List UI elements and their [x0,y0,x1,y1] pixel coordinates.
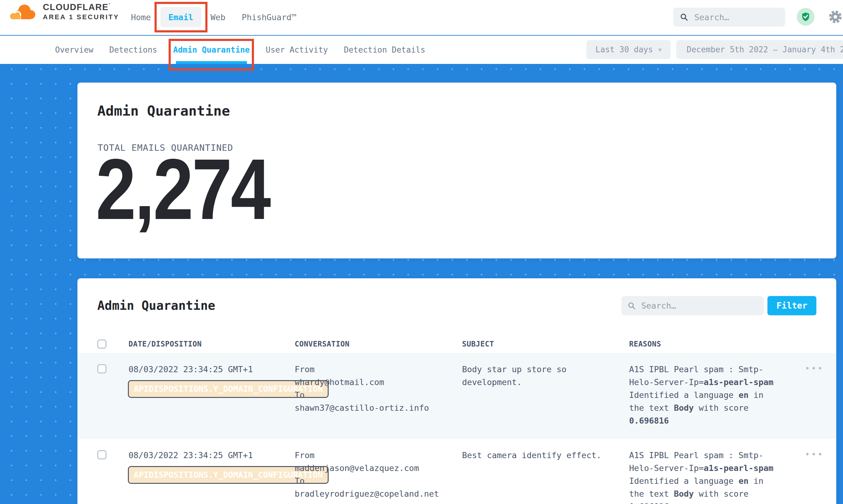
total-emails-value: 2,274 [96,146,269,232]
app-header: CLOUDFLARE’ AREA 1 SECURITY Home Email W… [0,0,843,35]
table-row: 08/03/2022 23:34:25 GMT+1 From maddenjas… [77,439,836,504]
search-icon [680,12,688,22]
chevron-down-icon: ▼ [658,47,662,53]
tab-detection-details[interactable]: Detection Details [344,45,425,54]
cloudflare-logo: CLOUDFLARE’ AREA 1 SECURITY [8,2,119,21]
table-card-title: Admin Quarantine [97,299,215,312]
row-menu-icon[interactable]: ••• [777,363,836,439]
search-icon [628,301,636,310]
row-checkbox[interactable] [97,450,106,460]
nav-phishguard[interactable]: PhishGuard™ [242,0,297,35]
cell-reasons: A1S IPBL Pearl spam : Smtp-Helo-Server-I… [629,449,777,504]
nav-web[interactable]: Web [211,0,226,35]
col-subject: SUBJECT [462,340,629,348]
cell-conversation: From whardy@hotmail.com To shawn37@casti… [295,363,462,439]
summary-card-title: Admin Quarantine [97,103,230,119]
col-date-disposition: DATE/DISPOSITION [128,340,295,348]
shield-check-icon [801,12,811,22]
row-checkbox[interactable] [97,364,106,373]
quarantine-summary-card: Admin Quarantine TOTAL EMAILS QUARANTINE… [77,83,836,258]
brand-subtitle: AREA 1 SECURITY [43,14,119,21]
global-search-input[interactable] [694,13,778,22]
table-header-row: DATE/DISPOSITION CONVERSATION SUBJECT RE… [77,335,836,353]
tab-user-activity[interactable]: User Activity [266,45,328,54]
col-reasons: REASONS [629,340,777,348]
global-search[interactable] [673,8,785,26]
nav-email[interactable]: Email [160,7,201,27]
tab-admin-quarantine[interactable]: Admin Quarantine [173,45,250,54]
table-search-input[interactable] [642,301,758,310]
brand-name: CLOUDFLARE’ [43,2,119,12]
date-range-field[interactable]: December 5th 2022 — January 4th 2023 [676,40,843,59]
row-menu-icon[interactable]: ••• [777,449,836,504]
date-range-text: December 5th 2022 — January 4th 2023 [687,45,843,54]
email-subnav: Overview Detections Admin Quarantine Use… [0,36,843,64]
col-conversation: CONVERSATION [295,340,462,348]
tab-detections[interactable]: Detections [109,45,157,54]
cell-subject: Body star up store so development. [462,363,629,439]
protection-status-badge[interactable] [797,8,814,26]
cell-subject: Best camera identify effect. [462,449,629,504]
cell-reasons: A1S IPBL Pearl spam : Smtp-Helo-Server-I… [629,363,777,439]
cell-date: 08/03/2022 23:34:25 GMT+1 [128,363,295,439]
settings-gear-icon[interactable] [827,9,843,25]
cell-conversation: From maddenjason@velazquez.com To bradle… [295,449,462,504]
date-range-dropdown-label: Last 30 days [595,45,653,54]
tab-overview[interactable]: Overview [55,45,93,54]
table-search[interactable] [621,296,764,315]
active-tab-underline [176,61,247,64]
nav-home[interactable]: Home [131,0,151,35]
select-all-checkbox[interactable] [97,340,106,349]
date-range-dropdown[interactable]: Last 30 days ▼ [586,40,671,59]
quarantine-table-card: Admin Quarantine Filter DATE/DISPOSITION… [77,278,836,504]
cloudflare-cloud-icon [8,2,38,21]
filter-button[interactable]: Filter [768,296,816,315]
table-row: 08/03/2022 23:34:25 GMT+1 From whardy@ho… [77,353,836,439]
